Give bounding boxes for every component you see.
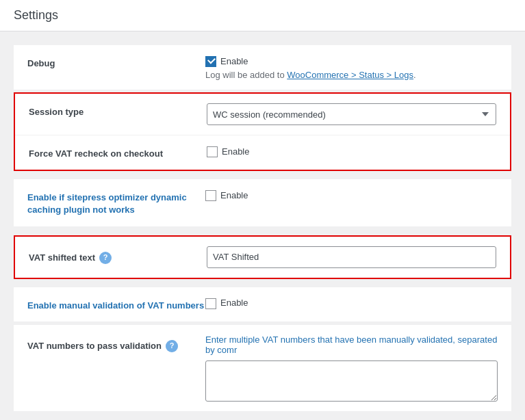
vat-shifted-control [207,246,496,268]
vat-numbers-hint: Enter multiple VAT numbers that have bee… [205,334,498,355]
debug-label: Debug [27,55,205,70]
sitepress-row: Enable if sitepress optimizer dynamic ca… [14,179,511,226]
vat-numbers-label-wrap: VAT numbers to pass validation ? [27,334,205,352]
settings-header: Settings [0,0,525,31]
force-vat-control: Enable [207,145,496,157]
debug-log-info: Log will be added to WooCommerce > Statu… [205,70,498,80]
debug-checkbox-row: Enable [205,55,498,67]
session-type-row: Session type WC session (recommended) PH… [15,94,510,135]
sitepress-label: Enable if sitepress optimizer dynamic ca… [27,189,205,216]
force-vat-checkbox-row: Enable [207,145,496,157]
manual-validation-control: Enable [205,297,498,309]
manual-validation-row: Enable manual validation of VAT numbers … [14,287,511,322]
page-title: Settings [14,8,58,22]
settings-content: Debug Enable Log will be added to WooCom… [0,31,525,420]
vat-numbers-control: Enter multiple VAT numbers that have bee… [205,334,498,402]
page-container: Settings Debug Enable Log will be added … [0,0,525,420]
manual-validation-checkbox-label: Enable [220,298,248,308]
debug-checkbox-label: Enable [220,56,248,66]
manual-validation-label: Enable manual validation of VAT numbers [27,297,205,312]
force-vat-row: Force VAT recheck on checkout Enable [15,135,510,170]
vat-shifted-label-group: VAT shifted text ? [29,249,207,264]
vat-numbers-row: VAT numbers to pass validation ? Enter m… [14,325,511,412]
force-vat-checkbox[interactable] [207,146,218,157]
vat-numbers-help-icon[interactable]: ? [166,340,178,352]
manual-validation-checkbox-row: Enable [205,297,498,309]
vat-shifted-section: VAT shifted text ? [14,235,511,279]
vat-numbers-label-group: VAT numbers to pass validation ? [27,337,205,352]
vat-shifted-text-label: VAT shifted text [29,252,95,264]
session-type-select[interactable]: WC session (recommended) PHP session [207,103,496,125]
vat-shifted-row: VAT shifted text ? [15,237,510,278]
manual-validation-checkbox[interactable] [205,298,216,309]
vat-shifted-label-wrap: VAT shifted text ? [29,246,207,264]
vat-numbers-label: VAT numbers to pass validation [27,340,162,352]
debug-checkbox[interactable] [205,56,216,67]
sitepress-control: Enable [205,189,498,201]
vat-shifted-input[interactable] [207,246,496,268]
vat-numbers-textarea[interactable] [205,360,498,402]
debug-control: Enable Log will be added to WooCommerce … [205,55,498,80]
session-type-control: WC session (recommended) PHP session [207,103,496,125]
debug-row: Debug Enable Log will be added to WooCom… [14,45,511,90]
sitepress-checkbox-row: Enable [205,189,498,201]
sitepress-checkbox-label: Enable [220,190,248,200]
session-vat-section: Session type WC session (recommended) PH… [14,92,511,171]
session-type-label: Session type [29,103,207,118]
vat-shifted-help-icon[interactable]: ? [99,252,112,264]
force-vat-label: Force VAT recheck on checkout [29,145,207,160]
sitepress-checkbox[interactable] [205,190,216,201]
force-vat-checkbox-label: Enable [222,146,249,157]
woocommerce-log-link[interactable]: WooCommerce > Status > Logs [287,70,413,80]
